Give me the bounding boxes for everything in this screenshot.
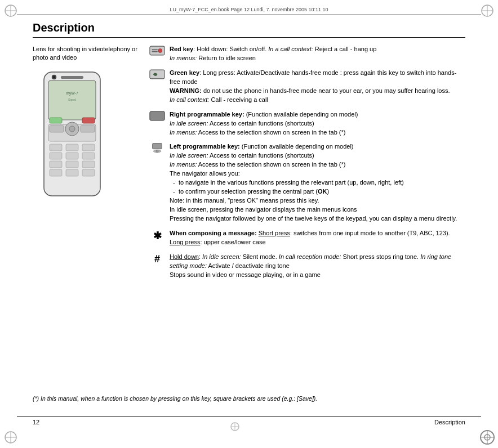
svg-rect-35 (50, 118, 62, 123)
star-symbol: ✱ (153, 230, 162, 242)
hash-symbol: # (154, 253, 160, 265)
corner-bl (2, 429, 19, 446)
hash-key-text: Hold down: In idle screen: Silent mode. … (170, 253, 465, 280)
lens-description: Lens for shooting in videotelephony or p… (33, 45, 145, 62)
left-prog-key-icon (149, 143, 165, 153)
svg-rect-31 (82, 161, 95, 168)
svg-rect-34 (82, 169, 95, 176)
svg-rect-25 (82, 144, 95, 151)
star-key-row: ✱ When composing a message: Short press:… (149, 229, 465, 247)
right-prog-key-row: Right programmable key: (Function availa… (149, 110, 465, 137)
right-prog-key-text: Right programmable key: (Function availa… (170, 110, 465, 137)
svg-point-17 (53, 76, 55, 78)
bottom-bar: 12 Description (33, 419, 465, 425)
top-bar: LU_myW-7_FCC_en.book Page 12 Lundi, 7. n… (17, 5, 481, 15)
green-key-text: Green key: Long press: Activate/Deactiva… (170, 69, 465, 105)
bottom-section-name: Description (434, 419, 465, 425)
svg-rect-26 (50, 153, 62, 159)
svg-rect-15 (61, 76, 83, 79)
bottom-center-mark (229, 421, 241, 432)
svg-rect-27 (66, 153, 78, 159)
svg-point-40 (158, 49, 162, 53)
title-divider (33, 37, 465, 38)
svg-rect-20 (81, 126, 95, 132)
right-prog-key-icon (149, 111, 165, 121)
svg-rect-33 (66, 169, 78, 176)
svg-text:myW-7: myW-7 (66, 91, 78, 96)
page-title: Description (33, 21, 95, 34)
left-prog-key-row: Left programmable key: (Function availab… (149, 142, 465, 223)
svg-rect-28 (82, 153, 95, 159)
svg-rect-42 (152, 51, 158, 52)
right-column: Red key: Hold down: Switch on/off. In a … (149, 45, 465, 285)
svg-rect-29 (50, 161, 62, 168)
svg-rect-44 (150, 111, 164, 120)
left-prog-key-text: Left programmable key: (Function availab… (170, 142, 465, 223)
phone-illustration: myW-7 Signal (33, 69, 112, 199)
hash-key-row: # Hold down: In idle screen: Silent mode… (149, 253, 465, 280)
svg-rect-30 (66, 161, 78, 168)
green-key-row: Green key: Long press: Activate/Deactiva… (149, 69, 465, 105)
page-number: 12 (33, 419, 39, 425)
star-key-text: When composing a message: Short press: s… (170, 229, 465, 247)
svg-point-47 (156, 150, 159, 153)
svg-rect-36 (82, 118, 95, 123)
red-key-row: Red key: Hold down: Switch on/off. In a … (149, 45, 465, 63)
red-key-text: Red key: Hold down: Switch on/off. In a … (170, 45, 465, 63)
svg-text:Signal: Signal (68, 98, 76, 101)
svg-rect-32 (50, 169, 62, 176)
left-column: Lens for shooting in videotelephony or p… (33, 45, 145, 200)
footer-note-text: (*) In this manual, when a function is c… (33, 395, 317, 402)
bottom-divider (17, 416, 481, 416)
svg-point-22 (69, 126, 75, 132)
top-bar-text: LU_myW-7_FCC_en.book Page 12 Lundi, 7. n… (170, 7, 328, 12)
svg-rect-24 (66, 144, 78, 151)
footer-note: (*) In this manual, when a function is c… (33, 395, 465, 403)
svg-rect-39 (150, 46, 164, 55)
svg-rect-19 (50, 126, 64, 132)
green-key-icon (149, 69, 165, 79)
svg-rect-45 (153, 144, 162, 149)
top-divider (17, 15, 481, 15)
red-key-icon (149, 46, 165, 56)
hash-key-icon: # (149, 253, 165, 265)
corner-br (479, 429, 496, 446)
star-key-icon: ✱ (149, 230, 165, 242)
svg-rect-41 (152, 49, 158, 50)
svg-rect-23 (50, 144, 62, 151)
corner-tr (479, 2, 496, 19)
